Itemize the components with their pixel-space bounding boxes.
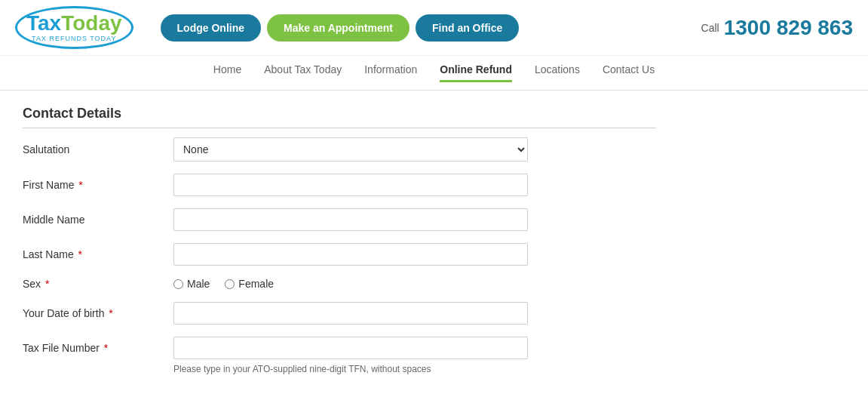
header-phone: Call 1300 829 863: [701, 16, 853, 40]
nav-home[interactable]: Home: [213, 63, 241, 82]
first-name-row: First Name *: [23, 174, 656, 196]
salutation-label: Salutation: [23, 143, 173, 155]
nav-about[interactable]: About Tax Today: [264, 63, 342, 82]
dob-label: Your Date of birth *: [23, 307, 173, 319]
nav-contact-us[interactable]: Contact Us: [603, 63, 655, 82]
dob-input[interactable]: [173, 302, 528, 325]
logo-subtitle: TAX REFUNDS TODAY: [26, 35, 122, 42]
main-content: Contact Details Salutation None Mr Mrs M…: [0, 91, 679, 392]
call-label: Call: [701, 22, 719, 34]
middle-name-input[interactable]: [173, 208, 528, 231]
phone-number: 1300 829 863: [724, 16, 853, 40]
sex-male-radio[interactable]: [173, 279, 183, 289]
find-office-button[interactable]: Find an Office: [416, 14, 519, 42]
last-name-row: Last Name *: [23, 243, 656, 266]
sex-required: *: [42, 278, 49, 290]
header: TaxToday TAX REFUNDS TODAY Lodge Online …: [0, 0, 868, 56]
salutation-select[interactable]: None Mr Mrs Ms Miss Dr: [173, 137, 528, 162]
tfn-input[interactable]: [173, 337, 528, 359]
dob-row: Your Date of birth *: [23, 302, 656, 325]
logo-oval: TaxToday TAX REFUNDS TODAY: [15, 6, 133, 49]
make-appointment-button[interactable]: Make an Appointment: [267, 14, 409, 42]
last-name-required: *: [75, 248, 82, 260]
tfn-required: *: [101, 342, 108, 354]
nav-information[interactable]: Information: [364, 63, 417, 82]
lodge-online-button[interactable]: Lodge Online: [161, 14, 261, 42]
tfn-row: Tax File Number *: [23, 337, 656, 359]
logo: TaxToday TAX REFUNDS TODAY: [15, 6, 133, 49]
middle-name-row: Middle Name: [23, 208, 656, 231]
last-name-label: Last Name *: [23, 248, 173, 260]
logo-today: Today: [61, 11, 121, 35]
dob-required: *: [106, 307, 112, 319]
nav-online-refund[interactable]: Online Refund: [440, 63, 512, 82]
sex-radio-group: Male Female: [173, 278, 274, 290]
last-name-input[interactable]: [173, 243, 528, 266]
tfn-label: Tax File Number *: [23, 342, 173, 354]
tfn-hint: Please type in your ATO-supplied nine-di…: [173, 364, 656, 374]
sex-male-label[interactable]: Male: [173, 278, 210, 290]
first-name-input[interactable]: [173, 174, 528, 196]
sex-female-text: Female: [238, 278, 274, 290]
sex-male-text: Male: [187, 278, 210, 290]
sex-row: Sex * Male Female: [23, 278, 656, 290]
navigation: Home About Tax Today Information Online …: [0, 56, 868, 91]
nav-locations[interactable]: Locations: [535, 63, 580, 82]
first-name-required: *: [75, 179, 82, 191]
section-title: Contact Details: [23, 106, 656, 128]
header-buttons: Lodge Online Make an Appointment Find an…: [161, 14, 520, 42]
sex-female-label[interactable]: Female: [225, 278, 274, 290]
logo-tax: Tax: [26, 11, 61, 35]
salutation-row: Salutation None Mr Mrs Ms Miss Dr: [23, 137, 656, 162]
first-name-label: First Name *: [23, 179, 173, 191]
sex-label: Sex *: [23, 278, 173, 290]
middle-name-label: Middle Name: [23, 214, 173, 226]
sex-female-radio[interactable]: [225, 279, 235, 289]
